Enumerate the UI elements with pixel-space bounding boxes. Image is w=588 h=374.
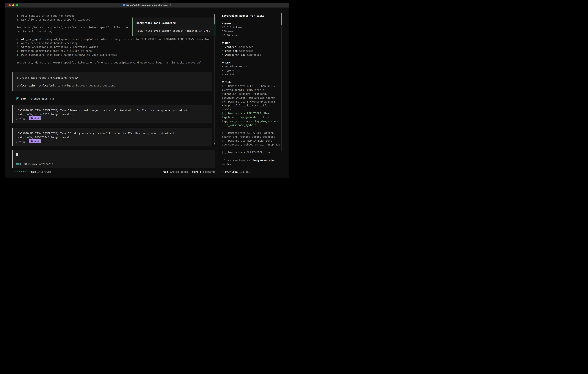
blank-line <box>136 25 211 29</box>
blank-line <box>17 80 208 83</box>
todo-item-done: [✓] Demonstrate BACKGROUND AGENTS: Run p… <box>222 100 281 111</box>
queued-badge: QUEUED <box>29 116 41 120</box>
terminal-main-pane: 3. File handles or streams not closed 4.… <box>5 8 218 178</box>
oracle-task-panel[interactable]: ◉ Oracle Task "Deep architecture review"… <box>12 72 212 91</box>
message-text-line: task_id="bg_dcfac161" to get results. <box>16 112 208 116</box>
mcp-item: •websearch_exaConnected <box>222 53 281 57</box>
separator-dot: · <box>27 97 29 100</box>
workspace-dir: ~/local-workspaces/ <box>222 159 252 162</box>
tool-call-body-line: 4. Path operations that don't handle Win… <box>17 53 218 57</box>
context-header: Context <box>222 21 281 25</box>
background-task-message[interactable]: [BACKGROUND TASK COMPLETED] Task "Find t… <box>12 128 212 146</box>
window-title: [OpenCode] Leveraging agents for tasks ◐ <box>123 4 171 7</box>
bullet-icon: • <box>222 53 223 56</box>
half-circle-icon: ◐ <box>169 4 171 7</box>
background-task-message[interactable]: [BACKGROUND TASK COMPLETED] Task "Resear… <box>12 105 212 123</box>
minimize-window-button[interactable] <box>12 4 14 6</box>
app-version-footer: • Open Code 1.0.163 <box>222 170 281 174</box>
bullet-icon: • <box>222 45 223 48</box>
ctrlp-key-hint: ctrl+p <box>192 170 201 173</box>
todo-section-header[interactable]: ▼Todo <box>222 80 281 84</box>
tab-key-label: switch agent <box>169 170 188 173</box>
hint-keys: ctrl+x right, ctrl+x left <box>17 84 56 87</box>
message-text-line: [BACKGROUND TASK COMPLETED] Task "Resear… <box>16 108 208 112</box>
app-version: 1.0.163 <box>239 170 250 173</box>
log-line: 3. File handles or streams not closed <box>17 14 218 18</box>
message-author: yeongyu <box>16 116 27 120</box>
bullet-icon: • <box>222 69 223 72</box>
sidebar-scrollbar-track[interactable] <box>281 13 283 151</box>
message-text-line: [BACKGROUND TASK COMPLETED] Task "Find t… <box>16 131 208 135</box>
todo-item-pending: [ ] Demonstrate AST-GREP: Pattern search… <box>222 131 281 139</box>
tool-call-name: call_omo_agent <box>20 38 42 41</box>
main-scrollbar-end-marker[interactable] <box>214 143 215 145</box>
todo-item-pending: [ ] Demonstrate MCP INTEGRATIONS: Use co… <box>222 139 281 146</box>
window-content: 3. File handles or streams not closed 4.… <box>5 8 289 178</box>
queued-badge: QUEUED <box>29 139 41 143</box>
lsp-section-header[interactable]: ▼LSP <box>222 61 281 64</box>
bullet-icon: • <box>222 49 223 52</box>
toast-body: Task "Find type safety issues" finished … <box>136 29 211 33</box>
session-sidebar: Leveraging agents for tasks Context 66,5… <box>218 8 289 178</box>
toast-title: Background Task Completed <box>136 21 211 25</box>
lsp-item: •markdown-oxide <box>222 64 281 68</box>
main-scrollbar-track[interactable] <box>214 14 215 145</box>
mcp-section-header[interactable]: ▼MCP <box>222 41 281 45</box>
workspace-repo: oh-my-opencode: <box>252 159 275 162</box>
tab-key-hint: tab <box>163 170 168 173</box>
prompt-input[interactable]: OmO Opus 4.5 Anthropic <box>12 150 215 168</box>
window-title-text: [OpenCode] Leveraging agents for tasks <box>126 4 168 6</box>
agent-model: claude-opus-4-5 <box>30 97 54 100</box>
status-bar: •••••••• esc interrupt tab switch agent … <box>13 170 215 174</box>
model-provider: Anthropic <box>39 162 53 166</box>
chevron-down-icon: ▼ <box>222 42 224 44</box>
bullet-icon: • <box>222 73 223 76</box>
input-cursor-row[interactable] <box>16 153 212 156</box>
agent-header: OmO · claude-opus-4-5 <box>17 97 218 101</box>
model-short-name: OmO <box>16 162 21 166</box>
gear-icon: ⚙ <box>17 38 18 41</box>
tool-call-args: [subagent_type=explore, prompt=Find pote… <box>43 38 210 41</box>
app-name-bold: Code <box>231 170 238 173</box>
spinner-dots-icon: •••••••• <box>13 170 28 173</box>
blank-line <box>17 57 218 61</box>
terminal-window: [OpenCode] Leveraging agents for tasks ◐… <box>5 3 289 178</box>
workspace-branch: master <box>222 162 281 166</box>
close-window-button[interactable] <box>9 4 11 6</box>
app-name-regular: Open <box>225 170 231 173</box>
tool-call-body-line: 2. String operations on potentially unde… <box>17 45 218 49</box>
fisheye-icon: ◉ <box>17 76 18 79</box>
tool-call-body-line: 3. Division operations that could divide… <box>17 49 218 53</box>
lsp-item: •eslint <box>222 72 281 76</box>
session-title: Leveraging agents for tasks <box>222 14 281 18</box>
zoom-window-button[interactable] <box>16 4 18 6</box>
main-scrollbar-thumb[interactable] <box>214 14 215 24</box>
traffic-lights <box>9 3 18 8</box>
oracle-task-title: ◉ Oracle Task "Deep architecture review" <box>17 76 208 80</box>
mcp-item: •context7Connected <box>222 45 281 49</box>
context-tokens: 66,518 tokens <box>222 25 281 29</box>
sidebar-scrollbar-thumb[interactable] <box>281 13 283 25</box>
agent-name: OmO <box>21 97 26 100</box>
bullet-icon: • <box>222 170 223 173</box>
background-task-toast: Background Task Completed Task "Find typ… <box>132 18 215 36</box>
hint-text: to navigate between subagent sessions <box>56 84 115 87</box>
model-info-row: OmO Opus 4.5 Anthropic <box>16 162 212 166</box>
message-text-line: task_id="bg_6f59260c" to get results. <box>16 135 208 139</box>
context-used: 33% used <box>222 29 281 33</box>
tool-call-body-line: 1. Array access without bounds checking <box>17 41 218 45</box>
blank-line <box>17 64 218 68</box>
bullet-icon: • <box>222 65 223 68</box>
mcp-item: •grep_appConnected <box>222 49 281 53</box>
message-author: yeongyu <box>16 140 27 143</box>
folder-icon <box>123 4 125 6</box>
workspace-path: ~/local-workspaces/oh-my-opencode: maste… <box>222 158 281 166</box>
chevron-down-icon: ▼ <box>222 61 224 64</box>
lsp-item: •typescript <box>222 68 281 72</box>
context-spent: $0.46 spent <box>222 33 281 37</box>
tool-call-body-line: Search src/ directory. Return specific f… <box>17 61 218 64</box>
agent-square-icon <box>17 97 19 100</box>
window-titlebar[interactable]: [OpenCode] Leveraging agents for tasks ◐ <box>5 3 289 8</box>
model-name: Opus 4.5 <box>24 162 37 166</box>
oracle-navigation-hint: ctrl+x right, ctrl+x left to navigate be… <box>17 83 208 87</box>
